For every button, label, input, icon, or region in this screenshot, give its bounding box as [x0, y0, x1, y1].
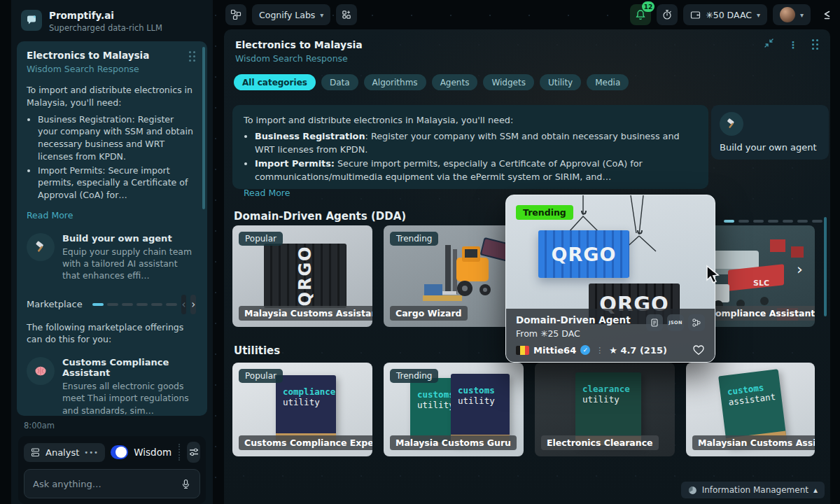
popup-info-overlay: Domain-Driven Agent From ✳25 DAC JSON — [506, 309, 715, 362]
top-bar: Cognify Labs ▾ 12 ✳50 DAAC ▾ ▾ — [225, 4, 837, 26]
utility-card-malaysia-customs-guru[interactable]: customs utility customs utility Trending… — [384, 363, 524, 456]
collapse-panel-icon[interactable] — [816, 4, 837, 25]
ask-input[interactable] — [33, 479, 175, 489]
card-scrollbar[interactable] — [202, 47, 205, 209]
sidebar: Promptify.ai Supercharged data-rich LLM … — [11, 0, 213, 504]
popular-badge: Popular — [239, 369, 283, 383]
favorite-heart-icon[interactable] — [692, 344, 705, 356]
wallet-icon — [690, 10, 701, 20]
chip-algorithms[interactable]: Algorithms — [364, 74, 426, 90]
card-label: Cargo Wizard — [390, 306, 468, 321]
chip-widgets[interactable]: Widgets — [483, 74, 534, 90]
response-subtitle: Wisdom Search Response — [27, 64, 149, 74]
collapse-icon[interactable] — [764, 38, 774, 51]
timer-button[interactable] — [657, 4, 678, 25]
dda-card-cargo-wizard[interactable]: Trending Cargo Wizard — [384, 225, 524, 327]
answer-summary-box: To import and distribute electronics in … — [232, 105, 708, 189]
utility-card-electronics-clearance[interactable]: clearance utility Electronics Clearance — [535, 363, 675, 456]
card-label: Electronics Clearance — [541, 435, 659, 450]
utilities-section-heading: Utilities — [234, 344, 280, 357]
marketplace-intro: The following marketplace offerings can … — [27, 321, 196, 346]
wallet-balance-dropdown[interactable]: ✳50 DAAC ▾ — [683, 4, 767, 25]
app-identity: Promptify.ai Supercharged data-rich LLM — [49, 10, 162, 33]
pipeline-icon[interactable] — [688, 314, 705, 331]
chevron-down-icon: ▾ — [800, 11, 804, 19]
wisdom-toggle[interactable] — [111, 445, 128, 459]
offering-desc: Ensures all electronic goods meet Thai i… — [62, 380, 196, 416]
notification-badge: 12 — [642, 1, 655, 12]
answer-bullet: Import Permits: Secure import permits, e… — [255, 157, 697, 183]
dda-section-heading: Domain-Driven Agents (DDA) — [234, 210, 406, 223]
drag-handle-icon[interactable] — [189, 51, 196, 62]
category-filter-bar: All categories Data Algorithms Agents Wi… — [234, 74, 629, 90]
marketplace-next-button[interactable]: › — [190, 295, 196, 314]
wisdom-response-card: Electronics to Malaysia Wisdom Search Re… — [17, 41, 207, 416]
dda-popup-card[interactable]: Trending QRGO QRGO Domain-Driven Agent F… — [505, 195, 715, 363]
document-icon[interactable] — [646, 314, 663, 331]
org-structure-icon[interactable] — [225, 4, 246, 25]
separator-dots: ⋮ — [596, 346, 603, 355]
app-tagline: Supercharged data-rich LLM — [49, 23, 162, 33]
chevron-down-icon: ▾ — [320, 11, 323, 19]
workspace-dropdown[interactable]: Cognify Labs ▾ — [252, 4, 330, 25]
offering-item[interactable]: Customs Compliance Assistant Ensures all… — [27, 357, 196, 416]
marketplace-pagination-dots[interactable] — [92, 303, 177, 306]
read-more-link[interactable]: Read More — [244, 187, 290, 200]
notifications-button[interactable]: 12 — [630, 4, 651, 25]
ask-input-row — [24, 469, 200, 498]
app-logo-icon — [21, 10, 42, 31]
answer-intro: To import and distribute electronics in … — [244, 113, 697, 127]
response-bullet: Business Registration: Register your com… — [38, 113, 196, 163]
card-label: Malaysian Customs Assistant — [692, 435, 815, 450]
build-agent-item[interactable]: Build your own agent Equip your supply c… — [27, 233, 196, 282]
chip-all-categories[interactable]: All categories — [234, 74, 316, 90]
hammer-icon — [27, 233, 55, 261]
divider — [178, 444, 180, 461]
hammer-icon — [720, 112, 743, 136]
popular-badge: Popular — [239, 232, 283, 246]
kebab-menu-icon[interactable]: ⋮ — [788, 39, 798, 50]
add-widget-icon[interactable] — [336, 4, 357, 25]
chip-agents[interactable]: Agents — [432, 74, 478, 90]
build-agent-title: Build your own agent — [62, 233, 196, 244]
grid-handle-icon[interactable] — [812, 39, 819, 50]
chevron-down-icon: ▾ — [757, 11, 760, 19]
json-icon[interactable]: JSON — [667, 314, 684, 331]
mode-selector[interactable]: Analyst ••• — [24, 443, 105, 462]
composer: Analyst ••• Wisdom — [18, 436, 206, 504]
marketplace-prev-button[interactable]: ‹ — [181, 295, 187, 314]
utility-card-malaysian-customs-assistant[interactable]: customs assistant Malaysian Customs Assi… — [686, 363, 815, 456]
utility-card-customs-compliance-expert[interactable]: compliance utility Popular Customs Compl… — [232, 363, 372, 456]
trending-badge: Trending — [516, 205, 573, 220]
chip-media[interactable]: Media — [587, 74, 629, 90]
trailer-text: SLC — [753, 279, 769, 288]
read-more-link[interactable]: Read More — [27, 209, 73, 222]
verified-badge-icon: ✓ — [580, 345, 590, 355]
seller-name[interactable]: Mittie64 — [533, 345, 576, 356]
blue-container-art: QRGO — [538, 230, 629, 278]
pie-chart-icon — [688, 486, 697, 495]
user-menu[interactable]: ▾ — [773, 4, 811, 25]
card-label: Malaysia Customs Assistant — [239, 306, 372, 321]
response-title: Electronics to Malaysia — [27, 50, 149, 61]
rating: ★ 4.7 (215) — [609, 345, 667, 356]
chevron-up-icon: ▴ — [813, 485, 818, 495]
offering-title: Customs Compliance Assistant — [62, 357, 196, 378]
chip-data[interactable]: Data — [321, 74, 358, 90]
dda-pagination-dots[interactable] — [724, 220, 822, 223]
app-name: Promptify.ai — [49, 10, 162, 21]
chip-utility[interactable]: Utility — [540, 74, 581, 90]
marketplace-label: Marketplace — [27, 299, 83, 309]
build-your-own-agent-card[interactable]: Build your own agent — [711, 105, 829, 160]
composer-settings-button[interactable] — [187, 442, 200, 463]
mode-more-icon[interactable]: ••• — [84, 449, 99, 456]
panel-scrollbar[interactable] — [824, 217, 827, 316]
build-agent-label: Build your own agent — [720, 142, 820, 153]
dda-next-arrow[interactable]: › — [797, 260, 803, 278]
avatar — [780, 7, 795, 22]
mic-icon[interactable] — [181, 479, 191, 489]
brain-icon — [27, 357, 55, 385]
information-management-button[interactable]: Information Management ▴ — [681, 482, 825, 498]
dda-card-malaysia-customs-assistant[interactable]: QRGO Popular Malaysia Customs Assistant — [232, 225, 372, 327]
message-timestamp: 8:00am — [24, 421, 213, 430]
